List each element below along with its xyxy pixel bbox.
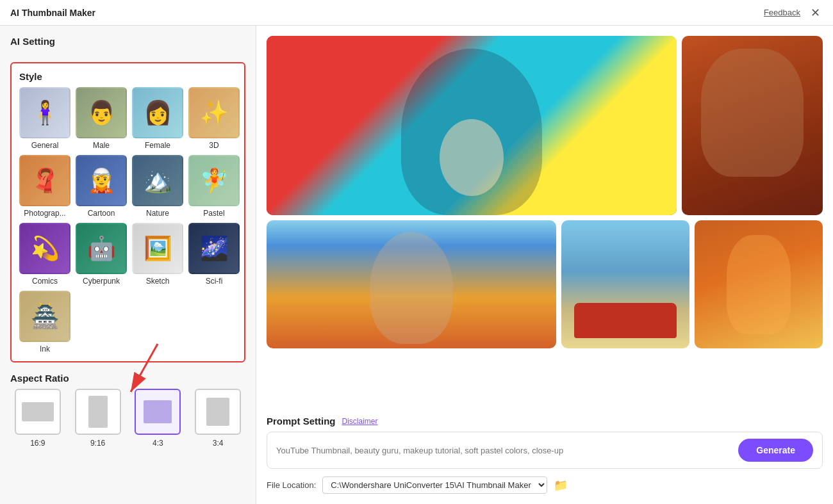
style-item-3d[interactable]: ✨ 3D: [188, 87, 240, 150]
style-label-cartoon: Cartoon: [88, 209, 115, 218]
titlebar: AI Thumbnail Maker Feedback ✕: [0, 0, 833, 26]
gallery-image-anime[interactable]: [695, 220, 823, 348]
aspect-item-9-16[interactable]: 9:16: [70, 389, 126, 448]
style-thumb-cyberpunk: 🤖: [76, 223, 127, 274]
style-item-male[interactable]: 👨 Male: [76, 87, 127, 150]
style-item-sketch[interactable]: 🖼️ Sketch: [132, 223, 183, 286]
gallery-area: [267, 36, 823, 408]
generate-button[interactable]: Generate: [738, 439, 813, 462]
style-item-comics[interactable]: 💫 Comics: [19, 223, 70, 286]
aspect-ratio-section: Aspect Ratio 16:9: [10, 373, 245, 448]
style-section-title: Style: [19, 71, 236, 82]
style-thumb-cartoon: 🧝: [76, 155, 127, 206]
aspect-thumb-9-16: [75, 389, 121, 435]
aspect-ratio-grid: 16:9 9:16 4:3: [10, 389, 245, 448]
disclaimer-link[interactable]: Disclaimer: [342, 417, 378, 426]
aspect-item-16-9[interactable]: 16:9: [10, 389, 65, 448]
aspect-label-9-16: 9:16: [90, 439, 105, 448]
style-thumb-scifi: 🌌: [188, 223, 240, 274]
aspect-ratio-title: Aspect Ratio: [10, 373, 245, 384]
style-label-ink: Ink: [40, 345, 50, 354]
style-label-3d: 3D: [209, 141, 219, 150]
style-thumb-male: 👨: [76, 87, 127, 138]
style-thumb-pastel: 🧚: [188, 155, 240, 206]
gallery-row2: [267, 220, 823, 348]
gallery-row1: [267, 36, 823, 215]
style-label-general: General: [31, 141, 59, 150]
style-label-nature: Nature: [146, 209, 169, 218]
aspect-thumb-3-4: [195, 389, 241, 435]
style-item-general[interactable]: 🧍‍♀️ General: [19, 87, 70, 150]
aspect-label-3-4: 3:4: [213, 439, 224, 448]
style-label-sketch: Sketch: [146, 277, 170, 286]
app-title: AI Thumbnail Maker: [10, 8, 95, 18]
aspect-label-16-9: 16:9: [30, 439, 45, 448]
titlebar-right: Feedback ✕: [764, 6, 823, 20]
aspect-item-3-4[interactable]: 3:4: [190, 389, 245, 448]
right-panel: Prompt Setting Disclaimer Generate File …: [256, 26, 833, 504]
style-thumb-3d: ✨: [188, 87, 240, 138]
style-grid: 🧍‍♀️ General 👨 Male 👩 Female: [19, 87, 236, 354]
style-thumb-ink: 🏯: [19, 291, 70, 342]
file-location-row: File Location: C:\Wondershare UniConvert…: [267, 476, 823, 494]
style-label-cyberpunk: Cyberpunk: [83, 277, 120, 286]
feedback-link[interactable]: Feedback: [764, 8, 800, 17]
gallery-image-girl[interactable]: [267, 220, 556, 348]
ai-setting-title: AI Setting: [10, 36, 245, 47]
folder-icon[interactable]: 📁: [554, 478, 568, 492]
style-label-female: Female: [145, 141, 170, 150]
style-item-scifi[interactable]: 🌌 Sci-fi: [188, 223, 240, 286]
gallery-image-side[interactable]: [682, 36, 823, 215]
gallery-image-car[interactable]: [561, 220, 689, 348]
style-item-ink[interactable]: 🏯 Ink: [19, 291, 70, 354]
style-item-pastel[interactable]: 🧚 Pastel: [188, 155, 240, 218]
main-content: AI Setting Style 🧍‍♀️ General 👨 Male: [0, 26, 833, 504]
style-thumb-photograph: 🧣: [19, 155, 70, 206]
style-item-nature[interactable]: 🏔️ Nature: [132, 155, 183, 218]
style-item-cartoon[interactable]: 🧝 Cartoon: [76, 155, 127, 218]
style-label-comics: Comics: [32, 277, 58, 286]
style-label-male: Male: [93, 141, 110, 150]
left-panel: AI Setting Style 🧍‍♀️ General 👨 Male: [0, 26, 256, 504]
style-thumb-sketch: 🖼️: [132, 223, 183, 274]
style-item-female[interactable]: 👩 Female: [132, 87, 183, 150]
style-thumb-nature: 🏔️: [132, 155, 183, 206]
style-label-pastel: Pastel: [203, 209, 224, 218]
file-location-select[interactable]: C:\Wondershare UniConverter 15\AI Thumbn…: [322, 476, 547, 494]
style-label-photograph: Photograp...: [24, 209, 65, 218]
style-label-scifi: Sci-fi: [206, 277, 223, 286]
prompt-input[interactable]: [276, 446, 732, 455]
style-item-cyberpunk[interactable]: 🤖 Cyberpunk: [76, 223, 127, 286]
style-thumb-general: 🧍‍♀️: [19, 87, 70, 138]
aspect-thumb-16-9: [15, 389, 61, 435]
close-button[interactable]: ✕: [808, 6, 823, 20]
aspect-thumb-4-3: [135, 389, 181, 435]
prompt-header: Prompt Setting Disclaimer: [267, 416, 823, 427]
file-location-label: File Location:: [267, 480, 316, 490]
prompt-title: Prompt Setting: [267, 416, 336, 427]
gallery-image-main[interactable]: [267, 36, 677, 215]
style-thumb-comics: 💫: [19, 223, 70, 274]
aspect-label-4-3: 4:3: [153, 439, 163, 448]
prompt-section: Prompt Setting Disclaimer Generate: [267, 416, 823, 469]
style-item-photograph[interactable]: 🧣 Photograp...: [19, 155, 70, 218]
prompt-input-row: Generate: [267, 432, 823, 469]
style-section: Style 🧍‍♀️ General 👨 Male: [10, 62, 245, 362]
style-thumb-female: 👩: [132, 87, 183, 138]
aspect-item-4-3[interactable]: 4:3: [131, 389, 186, 448]
